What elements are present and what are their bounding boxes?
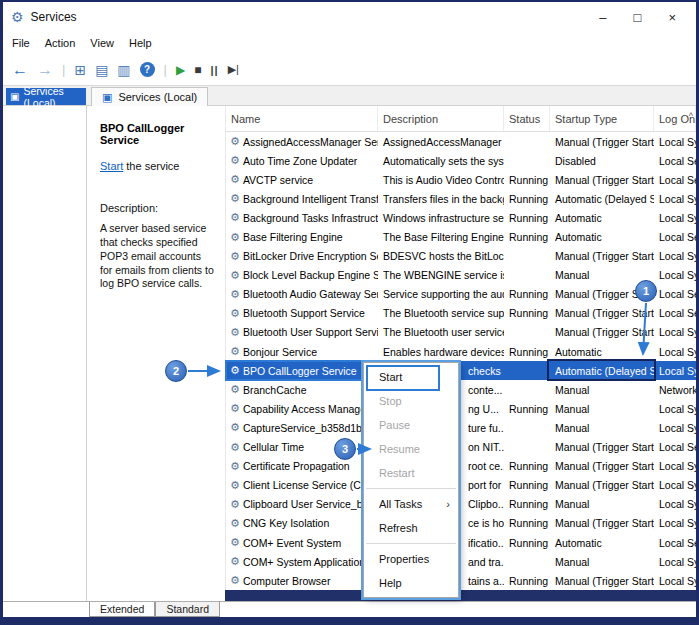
service-name: Bluetooth Support Service — [243, 307, 365, 319]
tab-extended[interactable]: Extended — [89, 602, 155, 617]
service-gear-icon: ⚙ — [230, 383, 240, 396]
service-startup-type: Automatic — [550, 231, 654, 243]
help-icon[interactable]: ? — [140, 62, 155, 77]
start-service-icon[interactable]: ▶ — [176, 63, 185, 77]
table-row[interactable]: ⚙Clipboard User Service_b358d1bClipbo...… — [226, 495, 696, 514]
table-row[interactable]: ⚙Background Intelligent Transfer S...Tra… — [226, 189, 696, 208]
table-row[interactable]: ⚙Computer Browsertains a...RunningManual… — [226, 571, 696, 590]
table-row[interactable]: ⚙Bonjour ServiceEnables hardware devices… — [226, 342, 696, 361]
callout-1: 1 — [635, 280, 657, 302]
context-menu-item-refresh[interactable]: Refresh — [364, 516, 458, 540]
horizontal-scrollbar[interactable] — [225, 590, 696, 601]
table-row[interactable]: ⚙BranchCacheconte...ManualNetwork — [226, 380, 696, 399]
pause-service-icon[interactable]: || — [210, 64, 218, 76]
service-gear-icon: ⚙ — [230, 402, 240, 415]
scroll-up-icon[interactable]: ^ — [689, 111, 693, 121]
bottom-tab-bar: Extended Standard — [3, 601, 696, 617]
service-startup-type: Manual (Trigger Start) — [550, 575, 654, 587]
service-description-cell: BDESVC hosts the BitLocker Drive E... — [383, 250, 504, 262]
export-list-icon[interactable]: ▤ — [95, 62, 108, 78]
context-menu-item-all-tasks[interactable]: All Tasks› — [364, 492, 458, 516]
context-menu-item-start[interactable]: Start — [364, 365, 458, 389]
table-row[interactable]: ⚙COM+ System Applicationand tra...Manual… — [226, 552, 696, 571]
service-description-cell: on NIT... — [468, 441, 504, 453]
service-gear-icon: ⚙ — [230, 498, 240, 511]
service-logon: Local Sys — [654, 212, 696, 224]
restart-service-icon[interactable]: ▶| — [228, 63, 239, 76]
column-header-description[interactable]: Description — [378, 106, 504, 131]
maximize-button[interactable]: □ — [634, 10, 642, 25]
menu-bar: FileActionViewHelp — [3, 32, 696, 54]
table-row[interactable]: ⚙Bluetooth Support ServiceThe Bluetooth … — [226, 304, 696, 323]
table-row[interactable]: ⚙BitLocker Drive Encryption ServiceBDESV… — [226, 247, 696, 266]
service-status: Running — [504, 460, 550, 472]
context-menu-item-properties[interactable]: Properties — [364, 547, 458, 571]
services-window: ⚙ Services – □ × FileActionViewHelp ←→|⊞… — [0, 0, 699, 625]
table-row[interactable]: ⚙Bluetooth User Support Service_...The B… — [226, 323, 696, 342]
service-name: BranchCache — [243, 384, 307, 396]
service-logon: Local Sys — [654, 403, 696, 415]
menu-separator — [366, 488, 456, 489]
stop-service-icon[interactable]: ■ — [194, 63, 201, 77]
table-row[interactable]: ⚙Block Level Backup Engine ServiceThe WB… — [226, 266, 696, 285]
service-name: Background Tasks Infrastructure ... — [243, 212, 378, 224]
show-console-tree-icon[interactable]: ⊞ — [74, 62, 86, 78]
service-description-cell: Automatically sets the system time... — [383, 155, 504, 167]
service-startup-type: Manual — [550, 403, 654, 415]
service-startup-type: Disabled — [550, 155, 654, 167]
table-row[interactable]: ⚙AssignedAccessManager ServiceAssignedAc… — [226, 132, 696, 151]
service-gear-icon: ⚙ — [230, 326, 240, 339]
table-row[interactable]: ⚙Bluetooth Audio Gateway ServiceService … — [226, 285, 696, 304]
service-action-rest: the service — [123, 160, 179, 172]
close-button[interactable]: × — [668, 10, 676, 25]
service-status: Running — [504, 193, 550, 205]
service-gear-icon: ⚙ — [230, 135, 240, 148]
table-row[interactable]: ⚙Background Tasks Infrastructure ...Wind… — [226, 208, 696, 227]
table-row[interactable]: ⚙Base Filtering EngineThe Base Filtering… — [226, 227, 696, 246]
view-tab-services-local[interactable]: ▣ Services (Local) — [91, 87, 208, 106]
table-row[interactable]: ⚙Cellular Timeon NIT...Manual (Trigger S… — [226, 438, 696, 457]
context-menu-item-help[interactable]: Help — [364, 571, 458, 595]
service-status: Running — [504, 479, 550, 491]
service-name: Clipboard User Service_b358d1b — [243, 498, 378, 510]
service-startup-type: Manual (Trigger Start) — [550, 307, 654, 319]
column-header-status[interactable]: Status — [504, 106, 550, 131]
service-logon: Local Sys — [654, 422, 696, 434]
table-row[interactable]: ⚙Certificate Propagationroot ce...Runnin… — [226, 457, 696, 476]
forward-icon[interactable]: → — [37, 61, 53, 79]
service-name: Block Level Backup Engine Service — [243, 269, 378, 281]
table-row[interactable]: ⚙Client License Service (ClipSVC)port fo… — [226, 476, 696, 495]
table-row[interactable]: ⚙CaptureService_b358d1bture fu...ManualL… — [226, 418, 696, 437]
table-row[interactable]: ⚙COM+ Event Systemificatio...RunningAuto… — [226, 533, 696, 552]
window-controls: – □ × — [599, 10, 688, 25]
column-header-startup-type[interactable]: Startup Type — [550, 106, 654, 131]
menu-help[interactable]: Help — [129, 37, 152, 49]
properties-icon[interactable]: ▥ — [117, 62, 130, 78]
table-row[interactable]: ⚙BPO CallLogger Servicechecks ...Automat… — [226, 361, 696, 380]
service-name: COM+ Event System — [243, 537, 341, 549]
service-logon: Local Sys — [654, 460, 696, 472]
menu-action[interactable]: Action — [45, 37, 76, 49]
service-startup-type: Manual (Trigger Start) — [550, 250, 654, 262]
table-row[interactable]: ⚙Capability Access Manager Serviceng U..… — [226, 399, 696, 418]
start-service-link[interactable]: Start — [100, 160, 123, 172]
service-status: Running — [504, 174, 550, 186]
service-logon: Local Sys — [654, 326, 696, 338]
table-row[interactable]: ⚙CNG Key Isolationce is ho...RunningManu… — [226, 514, 696, 533]
tree-item-services-local[interactable]: ▣ Services (Local) — [6, 88, 86, 105]
table-row[interactable]: ⚙Auto Time Zone UpdaterAutomatically set… — [226, 151, 696, 170]
service-logon: Local Ser — [654, 174, 696, 186]
back-icon[interactable]: ← — [12, 61, 28, 79]
menu-view[interactable]: View — [90, 37, 114, 49]
tab-standard[interactable]: Standard — [155, 602, 220, 617]
menu-file[interactable]: File — [12, 37, 30, 49]
service-gear-icon: ⚙ — [230, 173, 240, 186]
service-startup-type: Manual (Trigger Start) — [550, 174, 654, 186]
services-app-icon: ⚙ — [11, 9, 24, 25]
service-logon: Local Ser — [654, 155, 696, 167]
service-status: Running — [504, 403, 550, 415]
minimize-button[interactable]: – — [599, 10, 606, 25]
table-row[interactable]: ⚙AVCTP serviceThis is Audio Video Contro… — [226, 170, 696, 189]
service-description: A server based service that checks speci… — [100, 222, 215, 291]
column-header-name[interactable]: Name — [226, 106, 378, 131]
